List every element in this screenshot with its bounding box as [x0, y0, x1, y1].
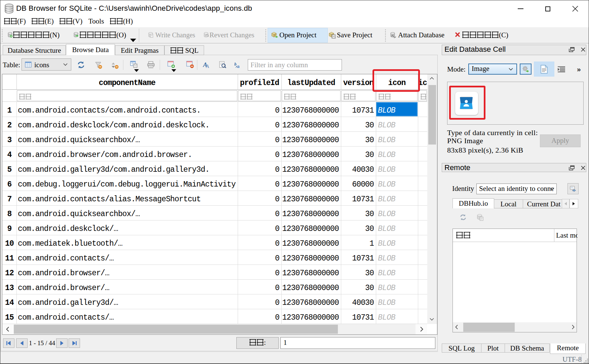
svg-text:a: a	[237, 64, 240, 69]
svg-text:b: b	[234, 62, 237, 67]
svg-text:A: A	[206, 64, 209, 69]
